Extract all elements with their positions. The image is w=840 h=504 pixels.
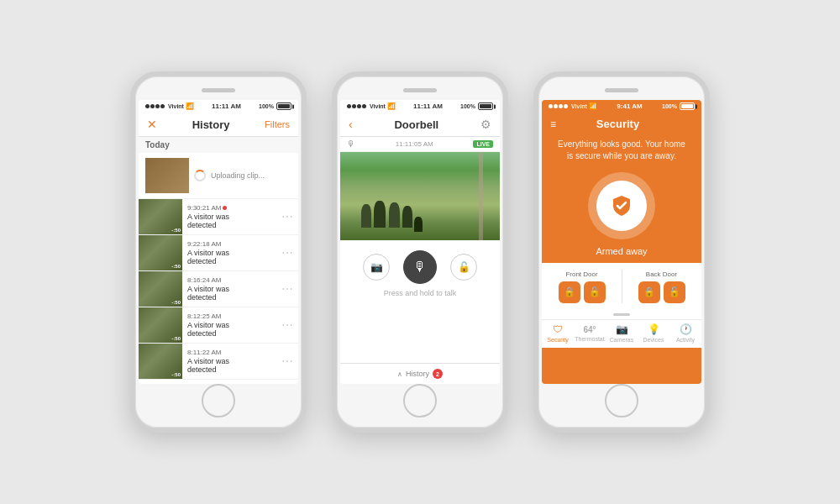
camera-button[interactable]: 📷 bbox=[363, 254, 390, 281]
more-icon[interactable]: ⋯ bbox=[276, 354, 298, 368]
history-thumb bbox=[139, 271, 182, 307]
spacer bbox=[340, 304, 500, 363]
security-nav-icon: 🛡 bbox=[553, 323, 563, 335]
close-icon[interactable]: ✕ bbox=[147, 118, 157, 131]
person-silhouette bbox=[402, 206, 412, 228]
live-bar: 🎙 11:11:05 AM LIVE bbox=[340, 137, 500, 152]
wifi-1: 📶 bbox=[186, 102, 194, 110]
doorbell-header: ‹ Doorbell ⚙ bbox=[340, 113, 500, 137]
drag-indicator bbox=[542, 310, 701, 319]
front-door-label: Front Door bbox=[565, 270, 597, 278]
front-door-unlocked-button[interactable]: 🔓 bbox=[584, 281, 606, 303]
person-silhouette bbox=[374, 201, 386, 228]
uploading-item: Uploading clip... bbox=[139, 153, 298, 199]
thermostat-nav-icon: 64° bbox=[583, 325, 596, 334]
history-info: 9:30:21 AM A visitor wasdetected bbox=[182, 202, 276, 232]
cameras-nav-icon: 📷 bbox=[616, 323, 628, 335]
battery-label-1: 100% bbox=[259, 103, 274, 109]
time-3: 9:41 AM bbox=[617, 102, 642, 110]
cameras-nav-label: Cameras bbox=[610, 337, 633, 343]
history-time-text: 9:22:18 AM bbox=[187, 240, 221, 248]
back-door-locked-button[interactable]: 🔒 bbox=[638, 281, 660, 303]
security-header: ≡ Security bbox=[542, 113, 701, 135]
list-item[interactable]: 9:22:18 AM A visitor wasdetected ⋯ bbox=[139, 235, 298, 271]
door-controls: Front Door 🔒 🔓 Back Door 🔒 🔓 bbox=[542, 263, 701, 310]
activity-nav-label: Activity bbox=[676, 337, 695, 343]
nav-cameras[interactable]: 📷 Cameras bbox=[606, 323, 638, 343]
list-item[interactable]: 9:30:21 AM A visitor wasdetected ⋯ bbox=[139, 199, 298, 235]
microphone-button[interactable]: 🎙 bbox=[403, 250, 437, 284]
devices-nav-icon: 💡 bbox=[648, 323, 660, 335]
doorbell-screen: Vivint 📶 11:11 AM 100% ‹ Doorbell ⚙ 🎙 11… bbox=[340, 100, 500, 384]
today-section-label: Today bbox=[139, 137, 298, 153]
security-nav-label: Security bbox=[547, 337, 568, 343]
carrier-2: Vivint bbox=[370, 103, 386, 109]
carrier-3: Vivint bbox=[571, 103, 587, 109]
history-thumb bbox=[139, 307, 182, 343]
hamburger-icon[interactable]: ≡ bbox=[550, 118, 556, 130]
upload-spinner bbox=[194, 170, 206, 181]
history-title: History bbox=[192, 118, 230, 131]
doorbell-video bbox=[340, 152, 500, 240]
list-item[interactable]: 8:11:22 AM A visitor wasdetected ⋯ bbox=[139, 344, 298, 380]
history-tab-label: History bbox=[406, 370, 429, 378]
history-time-text: 8:16:24 AM bbox=[187, 276, 221, 284]
uploading-thumb bbox=[145, 158, 189, 193]
back-button[interactable]: ‹ bbox=[349, 118, 353, 131]
more-icon[interactable]: ⋯ bbox=[276, 282, 298, 296]
more-icon[interactable]: ⋯ bbox=[276, 318, 298, 332]
history-count-badge: 2 bbox=[433, 369, 443, 379]
list-item[interactable]: 8:16:24 AM A visitor wasdetected ⋯ bbox=[139, 271, 298, 307]
history-tab-bar[interactable]: ∧ History 2 bbox=[340, 363, 500, 384]
devices-nav-label: Devices bbox=[643, 337, 664, 343]
more-icon[interactable]: ⋯ bbox=[276, 246, 298, 260]
live-badge: LIVE bbox=[473, 140, 493, 148]
history-info: 9:22:18 AM A visitor wasdetected bbox=[182, 238, 276, 268]
history-time-text: 9:30:21 AM bbox=[187, 204, 221, 212]
back-door-label: Back Door bbox=[646, 270, 677, 278]
history-desc: A visitor wasdetected bbox=[187, 249, 271, 265]
back-door-group: Back Door 🔒 🔓 bbox=[638, 270, 685, 303]
door-divider bbox=[622, 270, 622, 303]
more-icon[interactable]: ⋯ bbox=[276, 210, 298, 223]
status-bar-2: Vivint 📶 11:11 AM 100% bbox=[340, 100, 500, 113]
history-header: ✕ History Filters bbox=[139, 113, 298, 137]
dog-silhouette bbox=[414, 217, 423, 232]
lock-button[interactable]: 🔓 bbox=[450, 254, 477, 281]
shield-container bbox=[542, 169, 701, 243]
phone-history: Vivint 📶 11:11 AM 100% ✕ History Filters… bbox=[130, 71, 307, 433]
filters-button[interactable]: Filters bbox=[265, 119, 290, 129]
status-bar-1: Vivint 📶 11:11 AM 100% bbox=[139, 100, 298, 113]
history-desc: A visitor wasdetected bbox=[187, 285, 271, 302]
time-2: 11:11 AM bbox=[413, 102, 443, 110]
nav-devices[interactable]: 💡 Devices bbox=[638, 323, 669, 343]
thermostat-nav-label: Thermostat bbox=[575, 336, 604, 342]
phone-security: Vivint 📶 9:41 AM 100% ≡ Security Ev bbox=[533, 71, 710, 433]
gear-icon[interactable]: ⚙ bbox=[480, 118, 491, 131]
red-dot bbox=[223, 206, 227, 210]
back-door-unlocked-button[interactable]: 🔓 bbox=[664, 281, 685, 303]
history-info: 8:12:25 AM A visitor wasdetected bbox=[182, 310, 276, 340]
security-screen: Vivint 📶 9:41 AM 100% ≡ Security Ev bbox=[542, 100, 701, 384]
history-desc: A visitor wasdetected bbox=[187, 321, 271, 338]
nav-security[interactable]: 🛡 Security bbox=[542, 323, 574, 343]
nav-thermostat[interactable]: 64° Thermostat bbox=[574, 325, 606, 342]
live-time: 11:11:05 AM bbox=[396, 140, 433, 148]
list-item[interactable]: 8:12:25 AM A visitor wasdetected ⋯ bbox=[139, 307, 298, 344]
shield-icon bbox=[610, 194, 633, 218]
doorbell-controls: 📷 🎙 🔓 bbox=[340, 240, 500, 289]
person-silhouette bbox=[389, 202, 400, 228]
battery-label-3: 100% bbox=[662, 103, 677, 109]
chevron-up-icon: ∧ bbox=[397, 370, 402, 378]
history-tab[interactable]: History bbox=[406, 370, 429, 378]
history-info: 8:16:24 AM A visitor wasdetected bbox=[182, 274, 276, 304]
history-desc: A visitor wasdetected bbox=[187, 213, 271, 229]
front-door-group: Front Door 🔒 🔓 bbox=[559, 270, 606, 303]
history-time-text: 8:11:22 AM bbox=[187, 349, 221, 356]
nav-activity[interactable]: 🕐 Activity bbox=[669, 323, 701, 343]
armed-away-label: Armed away bbox=[542, 243, 701, 263]
time-1: 11:11 AM bbox=[212, 102, 241, 110]
person-silhouette bbox=[361, 204, 371, 228]
front-door-locked-button[interactable]: 🔒 bbox=[559, 281, 580, 303]
history-thumb bbox=[139, 199, 182, 234]
